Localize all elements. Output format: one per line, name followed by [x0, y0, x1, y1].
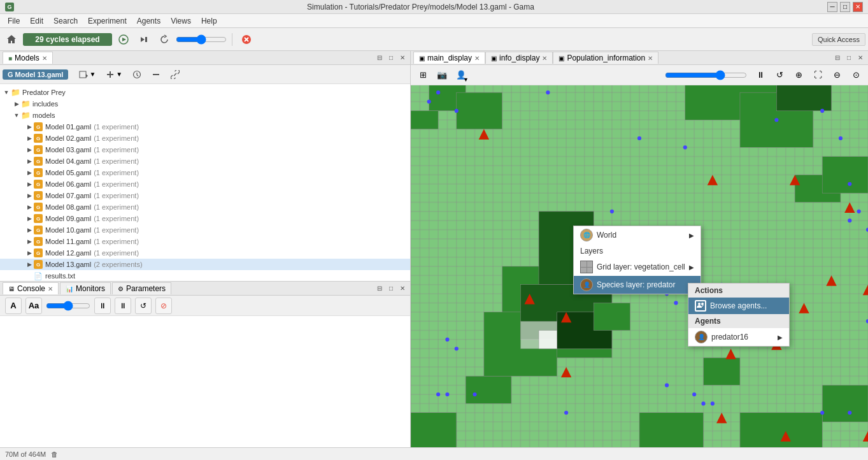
main-display-tab[interactable]: ▣ main_display ✕ [413, 52, 485, 64]
reload-button[interactable] [155, 31, 173, 48]
ctx-grid-layer-item[interactable]: Grid layer: vegetation_cell ▶ [574, 258, 701, 276]
tree-item-model02[interactable]: ▶ G Model 02.gaml (1 experiment) [0, 133, 410, 144]
display-zoom-in[interactable]: ⊕ [790, 67, 807, 83]
tree-item-model10[interactable]: ▶ G Model 10.gaml (1 experiment) [0, 224, 410, 236]
console-pause2-btn[interactable]: ⏸ [115, 298, 131, 314]
maximize-button[interactable]: □ [840, 2, 850, 12]
ctx-species-layer-item[interactable]: 👤 Species layer: predator ▶ [574, 276, 701, 294]
console-btn-aa[interactable]: Aa [25, 298, 42, 314]
minimize-button[interactable]: ─ [827, 2, 837, 12]
menu-views[interactable]: Views [166, 15, 196, 27]
models-tab-close[interactable]: ✕ [42, 55, 47, 62]
svg-point-62 [436, 392, 440, 396]
console-stop-btn[interactable]: ⊘ [155, 298, 172, 314]
console-tab-close[interactable]: ✕ [48, 285, 53, 292]
display-reload-btn[interactable]: ↺ [771, 67, 788, 83]
population-tab[interactable]: ▣ Population_information ✕ [553, 52, 658, 64]
tree-item-model07[interactable]: ▶ G Model 07.gaml (1 experiment) [0, 190, 410, 201]
stop-button[interactable] [238, 31, 255, 48]
app-icon: G [5, 3, 14, 11]
tree-item-results[interactable]: ▶ 📄 results.txt [0, 270, 410, 281]
display-agents-btn[interactable]: 👤 ▼ [453, 67, 469, 83]
menu-agents[interactable]: Agents [132, 15, 166, 27]
ctx-species-layer-label: Species layer: predator [597, 280, 675, 289]
monitors-tab[interactable]: 📊 Monitors [60, 282, 111, 294]
model13-sub: (2 experiments) [94, 261, 142, 268]
display-zoom-out[interactable]: ⊖ [829, 67, 845, 83]
trash-icon[interactable]: 🗑 [51, 450, 58, 458]
tree-item-model06[interactable]: ▶ G Model 06.gaml (1 experiment) [0, 178, 410, 190]
display-zoom-fit[interactable]: ⊞ [415, 67, 431, 83]
tree-item-predator-prey[interactable]: ▼ 📁 Predator Prey [0, 87, 410, 98]
arrow-m11: ▶ [25, 238, 33, 245]
quick-access-button[interactable]: Quick Access [812, 33, 865, 46]
left-panel: ■ Models ✕ ⊟ □ ✕ G Model 13.gaml ▼ [0, 51, 411, 447]
tree-item-model09[interactable]: ▶ G Model 09.gaml (1 experiment) [0, 213, 410, 224]
tree-item-model13[interactable]: ▶ G Model 13.gaml (2 experiments) [0, 259, 410, 270]
clock-btn[interactable] [128, 68, 146, 81]
display-maximize[interactable]: □ [844, 53, 854, 63]
console-close[interactable]: ✕ [397, 284, 408, 294]
display-fullscreen[interactable]: ⛶ [809, 67, 826, 83]
console-minimize[interactable]: ⊟ [374, 284, 385, 294]
menu-help[interactable]: Help [196, 15, 222, 27]
home-icon[interactable] [3, 31, 20, 48]
parameters-tab[interactable]: ⚙ Parameters [112, 282, 171, 294]
link-btn[interactable] [166, 68, 184, 81]
arrow-models: ▼ [13, 111, 20, 119]
population-close[interactable]: ✕ [648, 55, 653, 62]
tree-item-model12[interactable]: ▶ G Model 12.gaml (1 experiment) [0, 247, 410, 259]
tree-item-model03[interactable]: ▶ G Model 03.gaml (1 experiment) [0, 144, 410, 155]
display-minimize[interactable]: ⊟ [832, 53, 843, 63]
model10-sub: (1 experiment) [94, 226, 139, 234]
play-button[interactable] [115, 31, 132, 48]
menu-search[interactable]: Search [48, 15, 83, 27]
tree-item-model08[interactable]: ▶ G Model 08.gaml (1 experiment) [0, 201, 410, 213]
console-maximize[interactable]: □ [386, 284, 396, 294]
main-display-close[interactable]: ✕ [474, 55, 480, 62]
svg-rect-34 [704, 358, 740, 385]
step-button[interactable] [135, 31, 153, 48]
parameters-tab-label: Parameters [126, 284, 166, 293]
tree-item-model04[interactable]: ▶ G Model 04.gaml (1 experiment) [0, 155, 410, 167]
models-tab[interactable]: ■ Models ✕ [3, 52, 53, 64]
console-reload-btn[interactable]: ↺ [135, 298, 152, 314]
panel-maximize[interactable]: □ [386, 53, 396, 63]
menu-file[interactable]: File [3, 15, 25, 27]
display-close[interactable]: ✕ [855, 53, 865, 63]
speed-slider[interactable] [176, 34, 227, 45]
display-camera[interactable]: 📷 [434, 67, 450, 83]
tree-item-model11[interactable]: ▶ G Model 11.gaml (1 experiment) [0, 236, 410, 247]
tree-item-models[interactable]: ▼ 📁 models [0, 110, 410, 121]
display-settings[interactable]: ⊙ [848, 67, 864, 83]
display-speed-slider[interactable] [665, 70, 747, 80]
display-pause-btn[interactable]: ⏸ [752, 67, 769, 83]
ctx-world-item[interactable]: 🌐 World ▶ [574, 226, 701, 244]
info-display-close[interactable]: ✕ [542, 55, 547, 62]
gaml-icon-11: G [33, 236, 43, 247]
ctx-actions-label: Actions [695, 286, 723, 295]
panel-minimize[interactable]: ⊟ [374, 53, 385, 63]
tree-item-model01[interactable]: ▶ G Model 01.gaml (1 experiment) [0, 121, 410, 133]
ctx-browse-agents-item[interactable]: Browse agents... [688, 298, 789, 314]
arrow-m04: ▶ [25, 157, 33, 165]
collapse-btn[interactable] [147, 68, 165, 81]
content-area: ■ Models ✕ ⊟ □ ✕ G Model 13.gaml ▼ [0, 51, 868, 447]
console-tab[interactable]: 🖥 Console ✕ [3, 282, 59, 294]
menu-edit[interactable]: Edit [25, 15, 48, 27]
window-controls: ─ □ ✕ [827, 2, 863, 12]
console-slider[interactable] [46, 301, 90, 311]
console-btn-a[interactable]: A [5, 298, 22, 314]
tree-item-includes[interactable]: ▶ 📁 includes [0, 98, 410, 110]
close-button[interactable]: ✕ [853, 2, 863, 12]
menu-experiment[interactable]: Experiment [83, 15, 132, 27]
info-display-tab[interactable]: ▣ info_display ✕ [485, 52, 553, 64]
tree-item-model05[interactable]: ▶ G Model 05.gaml (1 experiment) [0, 167, 410, 178]
svg-point-63 [445, 392, 449, 396]
console-pause-btn[interactable]: ⏸ [94, 298, 111, 314]
add-btn[interactable]: ▼ [101, 68, 127, 81]
panel-close[interactable]: ✕ [397, 53, 408, 63]
import-btn[interactable]: ▼ [75, 68, 100, 81]
gaml-icon-04: G [33, 156, 43, 166]
ctx-predator16-item[interactable]: 👤 predator16 ▶ [688, 328, 789, 346]
